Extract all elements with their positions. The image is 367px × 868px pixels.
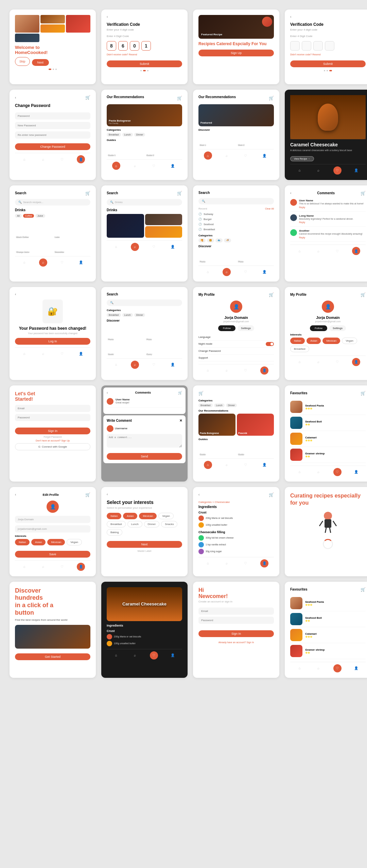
nav-search-ep[interactable]: ⌕: [39, 563, 47, 571]
nav-home-fav[interactable]: ⌂: [296, 468, 304, 476]
sd2c-item-3[interactable]: Sushi: [107, 342, 144, 356]
nav-heart-ep[interactable]: ♡: [58, 563, 66, 571]
tag-dinner[interactable]: Dinner: [134, 133, 145, 137]
nav-search-sdisc[interactable]: ⌕: [223, 268, 231, 276]
nav-home-rec2[interactable]: ⌂: [204, 151, 212, 160]
code-box-4[interactable]: 1: [141, 41, 151, 51]
ep-tag-4[interactable]: Vegan: [67, 539, 82, 545]
google-signin-button[interactable]: G Connect with Google: [15, 443, 90, 450]
nav-profile-mp[interactable]: 👤: [260, 366, 268, 375]
nav-heart-dark[interactable]: ♡: [333, 166, 342, 175]
rec-cr-1[interactable]: Pasta Bolognese: [198, 414, 235, 436]
recent-item-1[interactable]: 🕐 Subway: [198, 212, 274, 217]
resend-link[interactable]: Resend: [129, 53, 137, 56]
drink-item-3[interactable]: Orange Juice: [15, 240, 52, 253]
next-button[interactable]: Next: [32, 59, 49, 66]
nav-home-ep[interactable]: ⌂: [20, 563, 29, 571]
sd2c-tag-1[interactable]: Breakfast: [107, 313, 121, 317]
nav-home-sdisc[interactable]: ⌂: [204, 268, 212, 276]
search-bar-sd2[interactable]: 🔍 Drinks: [107, 199, 182, 205]
view-recipe-button[interactable]: View Recipe →: [290, 156, 314, 161]
nav-heart-mp[interactable]: ♡: [242, 366, 250, 375]
nav-heart-caramel[interactable]: ♡: [150, 651, 158, 659]
ep-tag-1[interactable]: Italian: [15, 539, 30, 545]
nav-home-sd2c[interactable]: ⌂: [112, 361, 120, 369]
tag-all[interactable]: All: [15, 214, 22, 218]
resend-link-2[interactable]: Resend: [312, 53, 320, 56]
nav-profile-caramel[interactable]: 👤: [169, 651, 177, 659]
back-arrow-icon[interactable]: ‹: [107, 15, 108, 19]
nav-home-mp2[interactable]: ⌂: [296, 358, 304, 366]
nav-heart-sdisc[interactable]: ♡: [242, 268, 250, 276]
sd2c-tag-2[interactable]: Lunch: [122, 313, 133, 317]
fav2-item-1[interactable]: Seafood Pasta ⭐⭐⭐: [290, 595, 366, 611]
nav-search-fav2[interactable]: ⌕: [314, 664, 322, 672]
nav-profile-fav[interactable]: 👤: [352, 468, 360, 476]
night-mode-toggle[interactable]: [266, 342, 274, 346]
discover-item-2[interactable]: Dish 2: [237, 133, 274, 146]
nav-home-rec[interactable]: ⌂: [112, 162, 120, 170]
nav-profile-cr[interactable]: 👤: [260, 461, 268, 469]
nav-profile-comments[interactable]: 👤: [352, 247, 360, 255]
nav-profile-ep[interactable]: 👤: [77, 563, 85, 571]
nav-profile-fav2[interactable]: 👤: [352, 664, 360, 672]
nav-heart-fav[interactable]: ♡: [333, 468, 342, 476]
nav-home-fav2[interactable]: ⌂: [296, 664, 304, 672]
nav-search-sd2c[interactable]: ⌕: [131, 361, 139, 369]
clear-all-btn[interactable]: Clear All: [265, 207, 274, 210]
tag-coffee[interactable]: Coffee: [23, 214, 34, 218]
send-comment-button[interactable]: Send: [107, 453, 182, 460]
si-tag-3[interactable]: Mexican: [139, 513, 157, 519]
nav-search-pwc[interactable]: ⌕: [39, 350, 47, 358]
code-box-c[interactable]: [313, 41, 323, 51]
nav-search-mp2[interactable]: ⌕: [314, 358, 322, 366]
int-tag-5[interactable]: Breakfast: [290, 346, 309, 352]
nav-home-pwc[interactable]: ⌂: [20, 350, 29, 358]
nav-heart-mp2[interactable]: ♡: [333, 358, 342, 366]
password-field[interactable]: [15, 112, 90, 120]
support-row[interactable]: Support: [198, 355, 274, 361]
ep-tag-2[interactable]: Asian: [31, 539, 46, 545]
change-password-row[interactable]: Change Password: [198, 348, 274, 355]
si-tag-8[interactable]: Snacks: [161, 521, 177, 527]
submit-button-2[interactable]: Submit: [290, 60, 366, 67]
cr-tag-2[interactable]: Lunch: [214, 403, 225, 407]
discover-start-button[interactable]: Get Started: [15, 653, 90, 660]
recent-item-3[interactable]: 🕐 Seafood: [198, 222, 274, 227]
nav-home-comments[interactable]: ⌂: [296, 247, 304, 255]
drink-item-2[interactable]: Latte: [53, 220, 90, 238]
nav-profile-sd2c[interactable]: 👤: [169, 361, 177, 369]
fav-item-3[interactable]: Calamari ⭐⭐⭐: [290, 431, 366, 447]
nav-search-mp[interactable]: ⌕: [223, 366, 231, 375]
nav-home-cr[interactable]: ⌂: [204, 461, 212, 469]
nav-home-mp[interactable]: ⌂: [204, 366, 212, 375]
signup-button[interactable]: Sign Up: [198, 50, 274, 56]
hi-email-input[interactable]: [198, 608, 274, 615]
re-enter-password-field[interactable]: [15, 131, 90, 139]
forgot-password-link[interactable]: Forgot Password: [15, 436, 90, 438]
ep-name-field[interactable]: [15, 516, 90, 523]
drink2-img-1[interactable]: [107, 214, 144, 238]
drink-item-1[interactable]: Black Coffee: [15, 220, 52, 238]
nav-search-sd[interactable]: ⌕: [39, 258, 47, 267]
nav-heart[interactable]: ♡: [58, 155, 66, 163]
fav-item-1[interactable]: Seafood Pasta ⭐⭐⭐: [290, 399, 366, 415]
cat-tag-4[interactable]: 🍜: [224, 238, 231, 242]
back-arrow-cp[interactable]: ‹: [15, 96, 16, 100]
back-arrow-cwm[interactable]: ‹: [107, 391, 108, 395]
drink2-img-2[interactable]: [145, 214, 182, 225]
nav-search-caramel[interactable]: ⌕: [131, 651, 139, 659]
back-arrow-ing[interactable]: ‹: [198, 493, 199, 496]
nav-search-comments[interactable]: ⌕: [314, 247, 322, 255]
cr-tag-3[interactable]: Dinner: [226, 403, 237, 407]
email-input[interactable]: [15, 405, 90, 412]
sd2c-item-2[interactable]: Pizza: [145, 324, 182, 341]
close-icon-modal[interactable]: ✕: [179, 419, 182, 422]
sd2c-item-4[interactable]: Curry: [145, 342, 182, 356]
nav-search-dark[interactable]: ⌕: [314, 166, 322, 175]
nav-heart-fav2[interactable]: ♡: [333, 664, 342, 672]
rec-cr-2[interactable]: Peacnik: [237, 414, 274, 436]
nav-home-ing[interactable]: ⌂: [204, 559, 212, 567]
login-button[interactable]: Log In: [15, 338, 90, 345]
cat-tag-2[interactable]: 🍔: [207, 238, 214, 242]
